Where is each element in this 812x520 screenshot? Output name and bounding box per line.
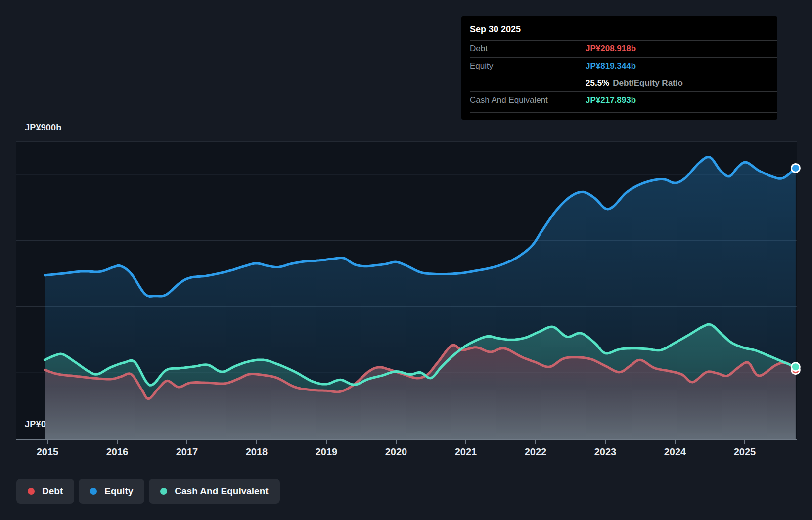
x-axis-tick-label: 2021 <box>455 446 477 457</box>
legend-item-cash[interactable]: Cash And Equivalent <box>149 479 279 504</box>
tooltip-equity-value: JP¥819.344b <box>586 61 636 71</box>
tooltip-debt-value: JP¥208.918b <box>586 44 636 54</box>
legend: Debt Equity Cash And Equivalent <box>16 479 280 504</box>
y-axis-max-label: JP¥900b <box>25 123 61 133</box>
legend-debt-label: Debt <box>42 486 63 497</box>
cash-legend-dot-icon <box>160 488 167 495</box>
legend-equity-label: Equity <box>104 486 133 497</box>
x-axis-tick-label: 2022 <box>525 446 547 457</box>
tooltip-ratio-label: Debt/Equity Ratio <box>613 78 683 88</box>
x-axis-tick-label: 2019 <box>316 446 338 457</box>
equity-end-marker <box>791 164 800 172</box>
cash-end-marker <box>791 363 800 371</box>
tooltip-cash-label: Cash And Equivalent <box>470 95 586 105</box>
legend-item-equity[interactable]: Equity <box>79 479 144 504</box>
tooltip-row-equity: Equity JP¥819.344b <box>470 57 777 75</box>
tooltip-row-debt: Debt JP¥208.918b <box>470 40 777 57</box>
x-axis: 2015201620172018201920202021202220232024… <box>16 439 797 457</box>
tooltip-date: Sep 30 2025 <box>461 21 777 40</box>
x-axis-tick-label: 2023 <box>594 446 617 457</box>
x-axis-tick-label: 2016 <box>106 446 129 457</box>
y-axis-min-label: JP¥0 <box>25 419 46 430</box>
equity-legend-dot-icon <box>90 488 97 495</box>
legend-cash-label: Cash And Equivalent <box>175 486 268 497</box>
debt-legend-dot-icon <box>28 488 35 495</box>
x-axis-tick-label: 2017 <box>176 446 198 457</box>
x-axis-tick-label: 2018 <box>246 446 268 457</box>
x-axis-tick-label: 2020 <box>385 446 407 457</box>
tooltip-row-ratio: 25.5% Debt/Equity Ratio <box>470 75 777 91</box>
tooltip-ratio-value: 25.5% <box>586 78 609 88</box>
x-axis-tick-label: 2025 <box>734 446 756 457</box>
tooltip-equity-label: Equity <box>470 61 586 71</box>
tooltip-bottom-divider <box>470 112 777 113</box>
x-axis-tick-label: 2024 <box>664 446 686 457</box>
tooltip-debt-label: Debt <box>470 44 586 54</box>
x-axis-tick-label: 2015 <box>37 446 59 457</box>
legend-item-debt[interactable]: Debt <box>16 479 74 504</box>
tooltip-row-cash: Cash And Equivalent JP¥217.893b <box>470 91 777 109</box>
tooltip-cash-value: JP¥217.893b <box>586 95 636 105</box>
tooltip: Sep 30 2025 Debt JP¥208.918b Equity JP¥8… <box>461 16 777 120</box>
chart-root: 2015201620172018201920202021202220232024… <box>0 0 812 520</box>
